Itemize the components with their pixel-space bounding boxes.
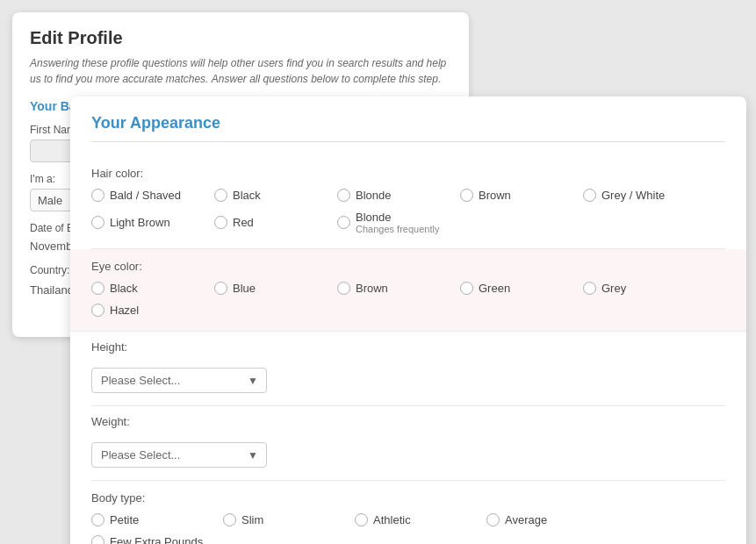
- hair-black[interactable]: Black: [214, 189, 337, 202]
- eye-color-row2: Hazel: [91, 304, 725, 320]
- eye-color-row1: Black Blue Brown Green Grey: [91, 282, 725, 298]
- hair-brown[interactable]: Brown: [460, 189, 583, 202]
- hair-light-brown-label: Light Brown: [110, 216, 170, 229]
- body-average[interactable]: Average: [486, 513, 618, 526]
- hair-blonde[interactable]: Blonde: [337, 189, 460, 202]
- hair-color-label: Hair color:: [91, 167, 725, 180]
- eye-color-section: Eye color: Black Blue Brown Green Grey: [70, 249, 746, 332]
- hair-blonde-label: Blonde: [356, 189, 391, 202]
- eye-green[interactable]: Green: [460, 282, 583, 295]
- hair-changes-label: Blonde Changes frequently: [356, 211, 439, 234]
- eye-hazel[interactable]: Hazel: [91, 304, 214, 317]
- eye-grey-label: Grey: [601, 282, 626, 295]
- body-slim[interactable]: Slim: [223, 513, 355, 526]
- eye-blue[interactable]: Blue: [214, 282, 337, 295]
- hair-red-label: Red: [233, 216, 254, 229]
- body-type-label: Body type:: [91, 491, 725, 505]
- body-few-extra[interactable]: Few Extra Pounds: [91, 535, 214, 544]
- height-section: Height: Please Select... ▼: [91, 332, 725, 406]
- weight-select[interactable]: Please Select...: [91, 442, 267, 468]
- weight-label: Weight:: [91, 415, 725, 428]
- eye-grey[interactable]: Grey: [583, 282, 671, 295]
- body-average-label: Average: [505, 513, 547, 526]
- height-label: Height:: [91, 340, 725, 354]
- body-slim-label: Slim: [241, 513, 263, 526]
- hair-black-label: Black: [233, 189, 261, 202]
- body-athletic[interactable]: Athletic: [355, 513, 486, 526]
- hair-bald-label: Bald / Shaved: [110, 189, 181, 202]
- appearance-title: Your Appearance: [91, 114, 725, 142]
- eye-black[interactable]: Black: [91, 282, 214, 295]
- edit-profile-description: Answering these profile questions will h…: [30, 55, 451, 87]
- body-athletic-label: Athletic: [373, 513, 411, 526]
- eye-black-label: Black: [110, 282, 138, 295]
- hair-red[interactable]: Red: [214, 211, 337, 234]
- body-petite-label: Petite: [110, 513, 139, 526]
- eye-hazel-label: Hazel: [110, 304, 139, 317]
- edit-profile-desc-italic: Answer all questions below to complete t…: [212, 73, 441, 85]
- height-select[interactable]: Please Select...: [91, 368, 267, 393]
- height-select-wrapper: Please Select... ▼: [91, 368, 267, 393]
- body-type-row1: Petite Slim Athletic Average Few Extra P…: [91, 513, 725, 544]
- hair-brown-label: Brown: [479, 189, 511, 202]
- body-petite[interactable]: Petite: [91, 513, 223, 526]
- eye-color-label: Eye color:: [91, 260, 725, 273]
- body-type-section: Body type: Petite Slim Athletic Average …: [91, 481, 725, 544]
- eye-brown[interactable]: Brown: [337, 282, 460, 295]
- hair-color-section: Hair color: Bald / Shaved Black Blonde B…: [91, 156, 725, 249]
- edit-profile-title: Edit Profile: [30, 28, 451, 48]
- hair-color-row2: Light Brown Red Blonde Changes frequentl…: [91, 211, 725, 238]
- eye-green-label: Green: [479, 282, 510, 295]
- weight-select-wrapper: Please Select... ▼: [91, 442, 267, 468]
- appearance-card: Your Appearance Hair color: Bald / Shave…: [70, 97, 746, 544]
- hair-changes[interactable]: Blonde Changes frequently: [337, 211, 513, 234]
- hair-color-options: Bald / Shaved Black Blonde Brown Grey / …: [91, 189, 725, 205]
- hair-light-brown[interactable]: Light Brown: [91, 211, 214, 234]
- eye-brown-label: Brown: [356, 282, 388, 295]
- hair-grey-white-label: Grey / White: [601, 189, 665, 202]
- hair-bald[interactable]: Bald / Shaved: [91, 189, 214, 202]
- weight-section: Weight: Please Select... ▼: [91, 406, 725, 481]
- body-few-extra-label: Few Extra Pounds: [110, 535, 203, 544]
- eye-blue-label: Blue: [233, 282, 256, 295]
- hair-grey-white[interactable]: Grey / White: [583, 189, 697, 202]
